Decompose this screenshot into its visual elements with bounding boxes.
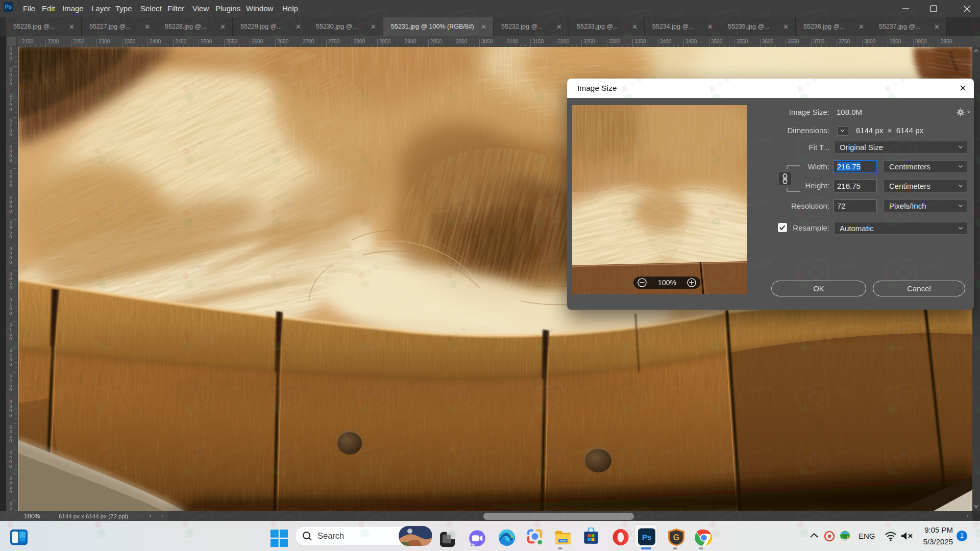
svg-text:Ps: Ps bbox=[642, 533, 651, 541]
svg-text:G: G bbox=[673, 533, 679, 542]
svg-text:100%: 100% bbox=[658, 279, 676, 287]
